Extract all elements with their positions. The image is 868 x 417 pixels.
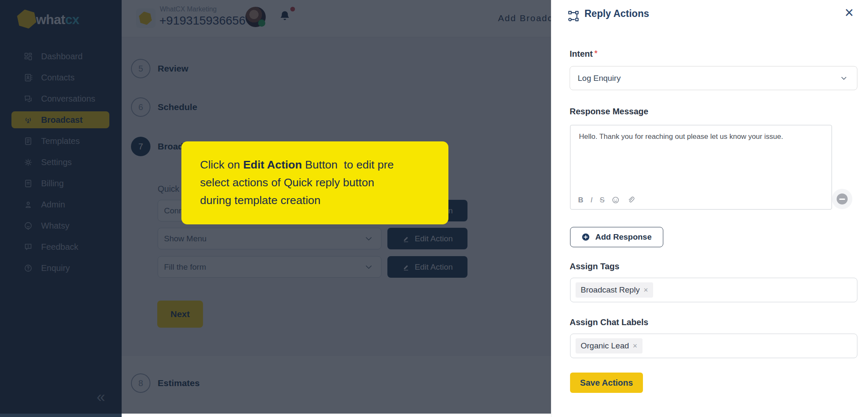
plus-circle-icon — [581, 233, 590, 241]
tooltip-text: Click on — [200, 158, 243, 171]
label-chip-text: Organic Lead — [581, 341, 629, 351]
assign-tags-input[interactable]: Broadcast Reply × — [570, 278, 857, 302]
tooltip-bold-text: Edit Action — [243, 158, 302, 171]
assign-chat-labels-input[interactable]: Organic Lead × — [570, 334, 857, 358]
save-actions-button[interactable]: Save Actions — [570, 373, 643, 393]
reply-actions-panel: Reply Actions × Intent* Log Enquiry Resp… — [551, 0, 868, 417]
emoji-button[interactable] — [612, 196, 620, 204]
minus-circle-icon — [837, 193, 848, 204]
attachment-button[interactable] — [627, 196, 635, 204]
remove-label-button[interactable]: × — [633, 342, 637, 350]
bold-button[interactable]: B — [578, 196, 583, 204]
remove-tag-button[interactable]: × — [643, 286, 648, 294]
intent-select[interactable]: Log Enquiry — [570, 66, 857, 90]
close-icon: × — [845, 4, 854, 21]
tag-chip: Broadcast Reply × — [576, 282, 653, 298]
assign-chat-labels-label: Assign Chat Labels — [570, 318, 648, 327]
italic-button[interactable]: I — [590, 196, 593, 204]
strikethrough-button[interactable]: S — [600, 196, 604, 204]
chevron-down-icon — [840, 75, 848, 82]
tutorial-tooltip: Click on Edit Action Button to edit pre … — [181, 141, 448, 224]
add-response-label: Add Response — [595, 232, 651, 242]
intent-label-text: Intent — [570, 49, 593, 58]
tag-chip-text: Broadcast Reply — [581, 285, 640, 295]
app-window: whatcx Dashboard Contacts Conversations … — [0, 0, 868, 417]
remove-response-button[interactable] — [832, 189, 852, 209]
assign-tags-label: Assign Tags — [570, 262, 619, 271]
label-chip: Organic Lead × — [576, 338, 643, 353]
response-message-textarea[interactable]: Hello. Thank you for reaching out please… — [570, 125, 832, 210]
required-asterisk: * — [594, 49, 597, 58]
workflow-nodes-icon — [568, 10, 579, 22]
close-button[interactable]: × — [845, 5, 854, 20]
response-message-label: Response Message — [570, 107, 648, 116]
panel-title: Reply Actions — [584, 8, 649, 19]
intent-selected-value: Log Enquiry — [578, 74, 620, 83]
response-message-text: Hello. Thank you for reaching out please… — [579, 132, 821, 142]
formatting-toolbar: B I S — [578, 196, 635, 204]
intent-label: Intent* — [570, 49, 597, 59]
paperclip-icon — [627, 196, 635, 204]
bottom-strip — [122, 414, 551, 417]
add-response-button[interactable]: Add Response — [570, 227, 663, 247]
smiley-icon — [612, 196, 620, 204]
